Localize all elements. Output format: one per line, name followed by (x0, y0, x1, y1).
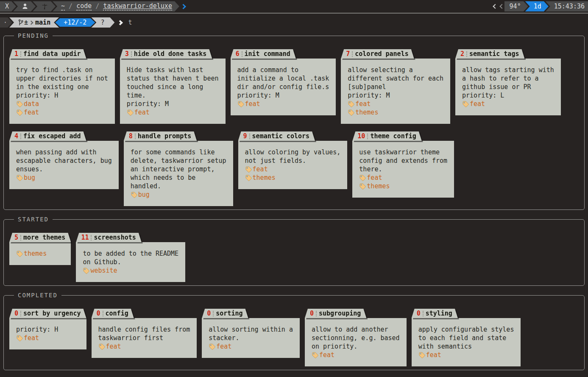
git-segment[interactable]: ± main +12/-2 ? (9, 17, 114, 28)
task-tag[interactable]: feat (16, 334, 80, 342)
task-title: handle prompts (138, 132, 191, 140)
task-tab-shape: 9semantic colors (238, 131, 315, 141)
task-body: apply configurable styles to each field … (412, 318, 521, 366)
task-tab[interactable]: 0subgrouping (305, 309, 366, 318)
tag-label: website (90, 266, 117, 275)
task-card[interactable]: 5more themes themes (9, 233, 71, 265)
palm-tree-icon (41, 3, 48, 10)
section-label: COMPLETED (14, 292, 61, 299)
path-repo[interactable]: taskwarrior-deluxe (103, 2, 172, 11)
task-tag[interactable]: feat (98, 342, 190, 351)
task-id: 0 (417, 310, 421, 317)
task-tag[interactable]: bug (131, 190, 226, 199)
task-tag[interactable]: feat (348, 100, 443, 108)
task-tag[interactable]: feat (359, 173, 447, 182)
branch-name[interactable]: main (35, 19, 50, 26)
clock-segment: 15:43:36 (546, 1, 588, 11)
task-tag[interactable]: data (16, 100, 108, 108)
task-tab[interactable]: 8handle prompts (124, 131, 197, 141)
diff-count: +12/-2 (55, 18, 95, 27)
task-title: semantic colors (252, 132, 309, 140)
task-card[interactable]: 7colored panelsallow selecting a differe… (341, 49, 450, 124)
task-card[interactable]: 0stylingapply configurable styles to eac… (412, 309, 521, 366)
task-card[interactable]: 9semantic colorsallow coloring by values… (238, 131, 348, 189)
tag-icon (16, 335, 23, 342)
task-tab-shape: 10theme config (352, 131, 421, 141)
task-card[interactable]: 10theme configuse taskwarrior theme conf… (352, 131, 454, 198)
task-card[interactable]: 0sortingallow sorting within a stacker. … (202, 309, 300, 358)
tab-separator (352, 51, 353, 57)
task-card[interactable]: 8handle promptsfor some commands like de… (124, 131, 233, 206)
path-separator: / (65, 3, 76, 10)
task-tag[interactable]: feat (16, 108, 108, 117)
task-card[interactable]: 3hide old done tasksHide tasks with last… (120, 49, 226, 124)
task-tag[interactable]: themes (16, 249, 64, 258)
task-tag[interactable]: website (83, 266, 178, 275)
tab-separator (20, 235, 21, 240)
untracked-marker: ? (100, 19, 104, 26)
task-body: Hide tasks with last status that haven t… (120, 59, 226, 124)
task-tag[interactable]: feat (418, 351, 514, 359)
task-tag[interactable]: themes (245, 173, 341, 182)
task-title: colored panels (355, 50, 408, 58)
close-label: X (5, 3, 9, 10)
task-id: 11 (81, 234, 89, 241)
task-tab[interactable]: 10theme config (352, 131, 421, 141)
task-description: priority: H (16, 325, 80, 334)
task-description: apply configurable styles to each field … (418, 325, 514, 351)
task-tag[interactable]: feat (312, 351, 400, 359)
task-card[interactable]: 0sort by urgencypriority: H feat (9, 309, 86, 349)
task-card[interactable]: 2semantic tagsallow tags starting with a… (455, 49, 561, 115)
tag-label: feat (24, 334, 39, 342)
task-tag[interactable]: themes (348, 108, 443, 117)
task-tag[interactable]: themes (359, 182, 447, 190)
task-tab[interactable]: 0sort by urgency (9, 309, 86, 318)
task-tab[interactable]: 0config (92, 309, 134, 318)
task-body: when passing add with escapable characte… (9, 141, 119, 189)
task-tab[interactable]: 4fix escaped add (9, 131, 86, 141)
chevron-left-icon (493, 4, 497, 8)
task-tag[interactable]: bug (16, 173, 112, 182)
task-tag[interactable]: feat (209, 342, 293, 351)
task-tab[interactable]: 1find data updir (9, 49, 86, 59)
task-tab[interactable]: 2semantic tags (455, 49, 524, 59)
task-card[interactable]: 0subgroupingallow to add another section… (305, 309, 407, 366)
task-tab[interactable]: 5more themes (9, 233, 71, 242)
task-tab[interactable]: 0styling (412, 309, 458, 318)
tag-icon (16, 250, 23, 257)
card-grid: 0sort by urgencypriority: H feat0configh… (9, 309, 579, 366)
task-card[interactable]: 6init commandadd a command to initialize… (231, 49, 336, 115)
task-id: 0 (97, 310, 100, 317)
diff-badge[interactable]: +12/-2 (54, 17, 96, 28)
task-tag[interactable]: feat (237, 100, 329, 108)
task-card[interactable]: 4fix escaped addwhen passing add with es… (9, 131, 119, 189)
task-tab[interactable]: 0sorting (202, 309, 248, 318)
task-tab[interactable]: 6init command (231, 49, 296, 59)
path-home[interactable]: ~ (61, 2, 65, 11)
tab-separator (135, 134, 136, 139)
task-card[interactable]: 0confighandle config files from taskwarr… (92, 309, 197, 358)
task-tab[interactable]: 9semantic colors (238, 131, 315, 141)
tab-separator (249, 134, 250, 139)
task-id: 5 (14, 234, 18, 241)
task-body: themes (9, 242, 71, 265)
task-id: 6 (236, 50, 240, 58)
tag-icon (131, 191, 138, 198)
tag-label: feat (355, 100, 371, 108)
task-tab[interactable]: 3hide old done tasks (120, 49, 212, 59)
task-tab[interactable]: 11screenshots (76, 233, 141, 242)
task-tag[interactable]: feat (245, 165, 341, 173)
path-dir[interactable]: code (76, 2, 92, 11)
task-tag[interactable]: feat (127, 108, 219, 117)
task-tab-shape: 1find data updir (9, 49, 86, 59)
task-card[interactable]: 1find data updirtry to find .task on upp… (9, 49, 115, 124)
command-input[interactable]: t (128, 19, 132, 26)
task-card[interactable]: 11screenshotsto be added to the README o… (76, 233, 185, 282)
task-tag[interactable]: feat (462, 100, 554, 108)
close-segment[interactable]: X (0, 1, 16, 11)
time-value: 15:43:36 (554, 3, 585, 10)
task-body: allow tags starting with a hash to refer… (455, 59, 561, 115)
task-body: handle config files from taskwarrior fir… (92, 318, 197, 358)
weather-segment: 94° (504, 1, 528, 11)
task-tab[interactable]: 7colored panels (341, 49, 414, 59)
